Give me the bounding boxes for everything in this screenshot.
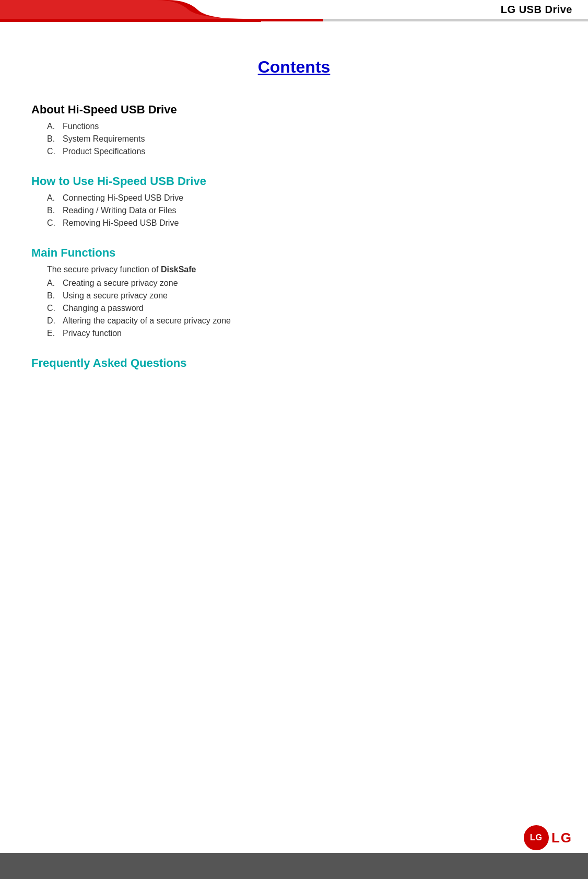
list-marker: C. (47, 147, 63, 156)
section-heading-main-functions: Main Functions (31, 246, 557, 260)
section-heading-about: About Hi-Speed USB Drive (31, 103, 557, 117)
section-description: The secure privacy function of DiskSafe (31, 265, 557, 274)
section-about: About Hi-Speed USB Drive A. Functions B.… (31, 103, 557, 156)
list-item-text: Reading / Writing Data or Files (63, 206, 177, 215)
lg-logo-circle: LG (524, 825, 549, 850)
list-item: B. Using a secure privacy zone (47, 291, 557, 300)
list-item-text: Privacy function (63, 329, 122, 338)
section-about-list: A. Functions B. System Requirements C. P… (31, 122, 557, 156)
description-bold: DiskSafe (161, 265, 196, 274)
list-item: C. Removing Hi-Speed USB Drive (47, 218, 557, 228)
section-how-to-use-list: A. Connecting Hi-Speed USB Drive B. Read… (31, 193, 557, 228)
list-marker: D. (47, 316, 63, 326)
list-item-text: Altering the capacity of a secure privac… (63, 316, 231, 326)
list-item: D. Altering the capacity of a secure pri… (47, 316, 557, 326)
lg-brand-name: LG (551, 830, 572, 846)
list-item: B. Reading / Writing Data or Files (47, 206, 557, 215)
list-item: E. Privacy function (47, 329, 557, 338)
list-item: A. Creating a secure privacy zone (47, 279, 557, 288)
section-how-to-use: How to Use Hi-Speed USB Drive A. Connect… (31, 175, 557, 228)
lg-logo: LG LG (524, 825, 572, 850)
header-title: LG USB Drive (501, 4, 572, 16)
list-item: A. Connecting Hi-Speed USB Drive (47, 193, 557, 203)
footer-bar (0, 853, 588, 879)
section-heading-how-to-use: How to Use Hi-Speed USB Drive (31, 175, 557, 188)
list-item-text: Product Specifications (63, 147, 145, 156)
list-item-text: Removing Hi-Speed USB Drive (63, 218, 179, 228)
list-item: C. Product Specifications (47, 147, 557, 156)
list-item-text: System Requirements (63, 134, 145, 144)
section-main-functions: Main Functions The secure privacy functi… (31, 246, 557, 338)
list-marker: C. (47, 304, 63, 313)
section-faq: Frequently Asked Questions (31, 356, 557, 370)
list-marker: C. (47, 218, 63, 228)
list-marker: B. (47, 134, 63, 144)
list-item: C. Changing a password (47, 304, 557, 313)
list-marker: B. (47, 206, 63, 215)
header-separator (0, 19, 588, 21)
list-item-text: Creating a secure privacy zone (63, 279, 178, 288)
list-marker: A. (47, 122, 63, 131)
lg-logo-text: LG (530, 833, 543, 842)
header-bar: LG USB Drive (0, 0, 588, 19)
list-item: B. System Requirements (47, 134, 557, 144)
section-heading-faq: Frequently Asked Questions (31, 356, 557, 370)
page-title: Contents (31, 57, 557, 77)
main-content: Contents About Hi-Speed USB Drive A. Fun… (31, 31, 557, 848)
list-item-text: Connecting Hi-Speed USB Drive (63, 193, 183, 203)
list-item-text: Functions (63, 122, 99, 131)
section-main-functions-list: A. Creating a secure privacy zone B. Usi… (31, 279, 557, 338)
list-marker: E. (47, 329, 63, 338)
list-marker: B. (47, 291, 63, 300)
list-item-text: Using a secure privacy zone (63, 291, 168, 300)
list-marker: A. (47, 193, 63, 203)
list-marker: A. (47, 279, 63, 288)
list-item: A. Functions (47, 122, 557, 131)
list-item-text: Changing a password (63, 304, 144, 313)
